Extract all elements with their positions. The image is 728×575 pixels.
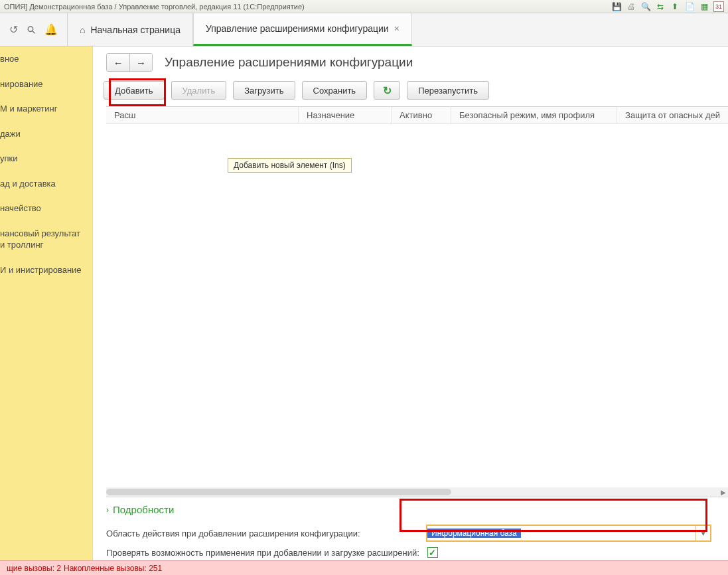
sidebar-item-admin[interactable]: И и инистрирование — [0, 258, 92, 283]
body: вное нирование М и маркетинг дажи упки а… — [0, 46, 728, 560]
chevron-right-icon: › — [106, 505, 109, 515]
titlebar: ОПИЯ] Демонстрационная база / Управление… — [0, 0, 728, 13]
save-icon[interactable]: 💾 — [611, 1, 622, 12]
forward-button[interactable]: → — [129, 54, 152, 71]
status-current: щие вызовы: 2 — [7, 564, 61, 573]
th-protect[interactable]: Защита от опасных дей — [617, 107, 728, 123]
sidebar-item-warehouse[interactable]: ад и доставка — [0, 171, 92, 197]
history-icon[interactable]: ↺ — [9, 23, 18, 36]
sidebar-item-crm[interactable]: М и маркетинг — [0, 96, 92, 122]
sidebar-item-main[interactable]: вное — [0, 46, 92, 72]
bell-icon[interactable]: 🔔 — [44, 23, 58, 36]
th-safemode[interactable]: Безопасный режим, имя профиля — [451, 107, 617, 123]
home-icon: ⌂ — [80, 25, 85, 35]
check-label: Проверять возможность применения при доб… — [106, 548, 419, 558]
copy-icon[interactable]: 📄 — [684, 1, 695, 12]
th-active[interactable]: Активно — [392, 107, 451, 123]
title-icons: 💾 🖨 🔍 ⇆ ⬆ 📄 ▦ 31 — [611, 1, 724, 12]
tab-home[interactable]: ⌂ Начальная страница — [67, 13, 193, 46]
table-header: Расш Назначение Активно Безопасный режим… — [106, 107, 728, 124]
tab-extensions-label: Управление расширениями конфигурации — [206, 23, 389, 34]
check-row: Проверять возможность применения при доб… — [93, 544, 728, 560]
save-button[interactable]: Сохранить — [302, 81, 368, 100]
compare-icon[interactable]: ⇆ — [655, 1, 666, 12]
tooltip: Добавить новый элемент (Ins) — [228, 158, 352, 173]
nav-arrows: ← → — [106, 53, 153, 72]
calculator-icon[interactable]: ▦ — [699, 1, 709, 12]
details-toggle[interactable]: › Подробности — [93, 497, 728, 522]
table-body — [106, 124, 728, 487]
status-accum: Накопленные вызовы: 251 — [64, 564, 162, 573]
add-button[interactable]: Добавить — [104, 81, 164, 100]
scroll-thumb[interactable] — [106, 489, 451, 495]
sidebar-item-planning[interactable]: нирование — [0, 72, 92, 97]
sidebar-item-treasury[interactable]: начейство — [0, 196, 92, 221]
toolbar: Добавить Удалить Загрузить Сохранить ↻ П… — [93, 76, 728, 106]
scope-row: Область действия при добавлении расширен… — [93, 522, 728, 544]
refresh-button[interactable]: ↻ — [374, 81, 400, 100]
details-label: Подробности — [113, 504, 174, 515]
back-button[interactable]: ← — [107, 54, 129, 71]
chevron-down-icon[interactable]: ▼ — [695, 526, 710, 540]
main: ← → Управление расширениями конфигурации… — [92, 46, 728, 560]
scope-label: Область действия при добавлении расширен… — [106, 529, 418, 538]
preview-icon[interactable]: 🔍 — [640, 1, 651, 12]
scope-select[interactable]: Информационная база ▼ — [426, 525, 711, 542]
sidebar-item-purchases[interactable]: упки — [0, 146, 92, 171]
sidebar-item-sales[interactable]: дажи — [0, 122, 92, 147]
calendar-icon[interactable]: 31 — [713, 1, 724, 12]
statusbar: щие вызовы: 2 Накопленные вызовы: 251 — [0, 560, 728, 575]
tab-home-label: Начальная страница — [90, 25, 180, 35]
window-title: ОПИЯ] Демонстрационная база / Управление… — [4, 3, 305, 11]
tabstrip: ↺ ⚲ 🔔 ⌂ Начальная страница Управление ра… — [0, 13, 728, 46]
scope-value: Информационная база — [427, 529, 521, 538]
sidebar-item-finance[interactable]: нансовый результат и троллинг — [0, 221, 92, 258]
load-button[interactable]: Загрузить — [233, 81, 295, 100]
print-icon[interactable]: 🖨 — [626, 1, 636, 12]
tab-extensions[interactable]: Управление расширениями конфигурации × — [193, 13, 412, 46]
upload-icon[interactable]: ⬆ — [670, 1, 680, 12]
delete-button[interactable]: Удалить — [171, 81, 227, 100]
check-applicability-checkbox[interactable]: ✓ — [427, 547, 438, 558]
restart-button[interactable]: Перезапустить — [407, 81, 489, 100]
search-icon[interactable]: ⚲ — [24, 23, 38, 37]
table: Расш Назначение Активно Безопасный режим… — [106, 106, 728, 497]
horizontal-scrollbar[interactable]: ▶ — [106, 487, 728, 497]
page-title: Управление расширениями конфигурации — [165, 55, 413, 70]
close-icon[interactable]: × — [394, 23, 400, 34]
sidebar: вное нирование М и маркетинг дажи упки а… — [0, 46, 92, 560]
th-extension[interactable]: Расш — [106, 107, 299, 123]
scroll-right-icon[interactable]: ▶ — [719, 487, 728, 497]
tabstrip-tools: ↺ ⚲ 🔔 — [0, 13, 67, 46]
th-purpose[interactable]: Назначение — [299, 107, 392, 123]
nav-row: ← → Управление расширениями конфигурации — [93, 46, 728, 76]
